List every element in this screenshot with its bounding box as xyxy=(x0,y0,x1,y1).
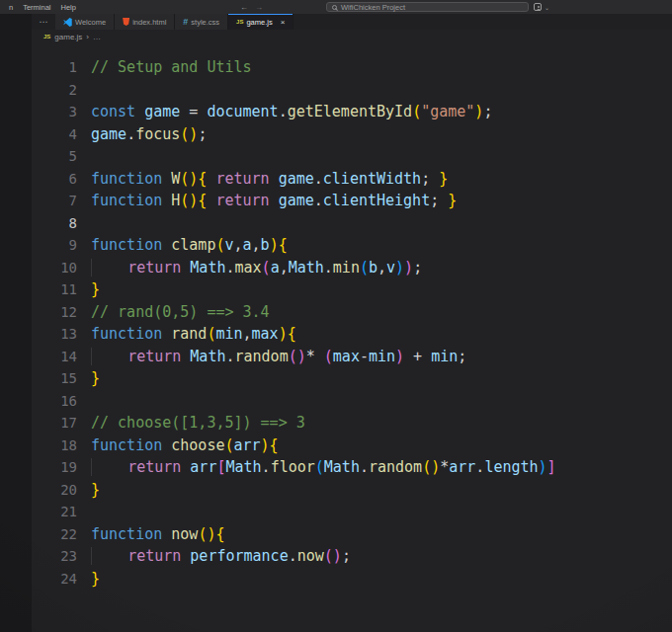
line-number[interactable]: 16 xyxy=(32,390,77,413)
line-number[interactable]: 18 xyxy=(32,434,77,457)
code-line[interactable]: 23 return performance.now(); xyxy=(32,545,672,568)
breadcrumb-ellipsis[interactable]: … xyxy=(93,33,101,41)
menu-item-partial[interactable]: n xyxy=(4,3,18,12)
line-number[interactable]: 15 xyxy=(32,367,77,390)
code-line[interactable]: 1// Setup and Utils xyxy=(32,56,672,79)
code-text: } xyxy=(91,568,100,591)
left-rail xyxy=(0,14,32,632)
code-line[interactable]: 4game.focus(); xyxy=(32,123,672,146)
line-number[interactable]: 19 xyxy=(32,456,77,479)
line-number[interactable]: 21 xyxy=(32,501,77,523)
code-line[interactable]: 16 xyxy=(32,390,672,413)
vscode-icon xyxy=(63,18,72,27)
code-text: // choose([1,3,5]) ==> 3 xyxy=(91,412,305,434)
js-icon: JS xyxy=(236,19,243,25)
code-line[interactable]: 10 return Math.max(a,Math.min(b,v)); xyxy=(32,257,672,279)
line-number[interactable]: 5 xyxy=(32,145,77,168)
line-number[interactable]: 3 xyxy=(32,101,77,123)
tab-bar: ⋯ Welcomeindex.html#style.cssJSgame.js× xyxy=(32,14,672,30)
code-text: function choose(arr){ xyxy=(91,434,279,457)
line-number[interactable]: 14 xyxy=(32,346,77,368)
code-line[interactable]: 11} xyxy=(32,278,672,301)
tab-style-css[interactable]: #style.css xyxy=(175,14,228,30)
code-text: function H(){ return game.clientHeight; … xyxy=(91,190,457,212)
line-number[interactable]: 17 xyxy=(32,412,77,434)
line-number[interactable]: 1 xyxy=(32,56,77,79)
line-number[interactable]: 10 xyxy=(32,257,77,279)
code-text: } xyxy=(91,278,100,301)
code-line[interactable]: 13function rand(min,max){ xyxy=(32,323,672,346)
code-line[interactable]: 2 xyxy=(32,79,672,102)
code-line[interactable]: 20} xyxy=(32,479,672,502)
code-text: function rand(min,max){ xyxy=(91,323,296,346)
code-text: // rand(0,5) ==> 3.4 xyxy=(91,301,270,324)
breadcrumb: JS game.js › … xyxy=(32,30,672,43)
breadcrumb-file[interactable]: game.js xyxy=(54,33,82,41)
line-number[interactable]: 7 xyxy=(32,190,77,212)
js-icon: JS xyxy=(43,34,50,40)
line-number[interactable]: 4 xyxy=(32,123,77,146)
close-icon[interactable]: × xyxy=(281,18,286,27)
code-line[interactable]: 12// rand(0,5) ==> 3.4 xyxy=(32,301,672,324)
code-text: return Math.max(a,Math.min(b,v)); xyxy=(91,257,422,279)
code-line[interactable]: 17// choose([1,3,5]) ==> 3 xyxy=(32,412,672,434)
code-line[interactable]: 22function now(){ xyxy=(32,523,672,546)
titlebar-right: ⌄ xyxy=(534,2,549,12)
code-text: function now(){ xyxy=(91,523,224,546)
breadcrumb-separator: › xyxy=(86,33,89,41)
code-line[interactable]: 9function clamp(v,a,b){ xyxy=(32,234,672,257)
tabs-host: Welcomeindex.html#style.cssJSgame.js× xyxy=(55,14,294,30)
code-text: const game = document.getElementById("ga… xyxy=(91,101,492,123)
menu-item-help[interactable]: Help xyxy=(56,3,81,12)
code-line[interactable]: 19 return arr[Math.floor(Math.random()*a… xyxy=(32,456,672,479)
line-number[interactable]: 12 xyxy=(32,301,77,324)
code-lines: 1// Setup and Utils23const game = docume… xyxy=(32,56,672,590)
forward-button[interactable]: → xyxy=(255,3,263,12)
code-line[interactable]: 24} xyxy=(32,568,672,591)
tab-label: Welcome xyxy=(75,18,106,27)
code-line[interactable]: 5 xyxy=(32,145,672,168)
line-number[interactable]: 20 xyxy=(32,479,77,502)
line-number[interactable]: 6 xyxy=(32,168,77,191)
nav-arrows: ← → xyxy=(240,0,263,14)
code-line[interactable]: 7function H(){ return game.clientHeight;… xyxy=(32,190,672,212)
menu-item-terminal[interactable]: Terminal xyxy=(18,3,55,12)
code-line[interactable]: 8 xyxy=(32,212,672,235)
code-line[interactable]: 14 return Math.random()* (max-min) + min… xyxy=(32,346,672,368)
account-icon[interactable] xyxy=(534,3,542,11)
line-number[interactable]: 24 xyxy=(32,568,77,591)
line-number[interactable]: 2 xyxy=(32,79,77,102)
code-line[interactable]: 18function choose(arr){ xyxy=(32,434,672,457)
tab-label: index.html xyxy=(132,18,166,27)
command-search-box[interactable]: WifiChicken Project xyxy=(326,2,529,12)
line-number[interactable]: 13 xyxy=(32,323,77,346)
code-text: function W(){ return game.clientWidth; } xyxy=(91,168,448,191)
tab-game-js[interactable]: JSgame.js× xyxy=(228,14,294,30)
css-icon: # xyxy=(183,18,188,26)
menu-bar: nTerminalHelp xyxy=(4,3,81,12)
code-text: return performance.now(); xyxy=(91,545,351,568)
code-line[interactable]: 6function W(){ return game.clientWidth; … xyxy=(32,168,672,191)
code-text: return Math.random()* (max-min) + min; xyxy=(91,346,466,368)
code-text: } xyxy=(91,367,100,390)
code-line[interactable]: 3const game = document.getElementById("g… xyxy=(32,101,672,123)
line-number[interactable]: 8 xyxy=(32,212,77,235)
tab-welcome[interactable]: Welcome xyxy=(55,14,115,30)
tabs-overflow-button[interactable]: ⋯ xyxy=(32,14,55,30)
code-line[interactable]: 15} xyxy=(32,367,672,390)
tab-index-html[interactable]: index.html xyxy=(115,14,175,30)
line-number[interactable]: 9 xyxy=(32,234,77,257)
line-number[interactable]: 22 xyxy=(32,523,77,546)
html-icon xyxy=(123,18,129,26)
tab-label: game.js xyxy=(246,18,272,27)
tab-label: style.css xyxy=(191,18,219,27)
code-text: } xyxy=(91,479,100,502)
chevron-down-icon[interactable]: ⌄ xyxy=(545,4,549,11)
code-line[interactable]: 21 xyxy=(32,501,672,523)
back-button[interactable]: ← xyxy=(240,3,248,12)
search-icon xyxy=(332,5,337,10)
line-number[interactable]: 23 xyxy=(32,545,77,568)
line-number[interactable]: 11 xyxy=(32,278,77,301)
code-editor[interactable]: 1// Setup and Utils23const game = docume… xyxy=(32,43,672,632)
title-bar: nTerminalHelp ← → WifiChicken Project ⌄ xyxy=(0,0,672,14)
